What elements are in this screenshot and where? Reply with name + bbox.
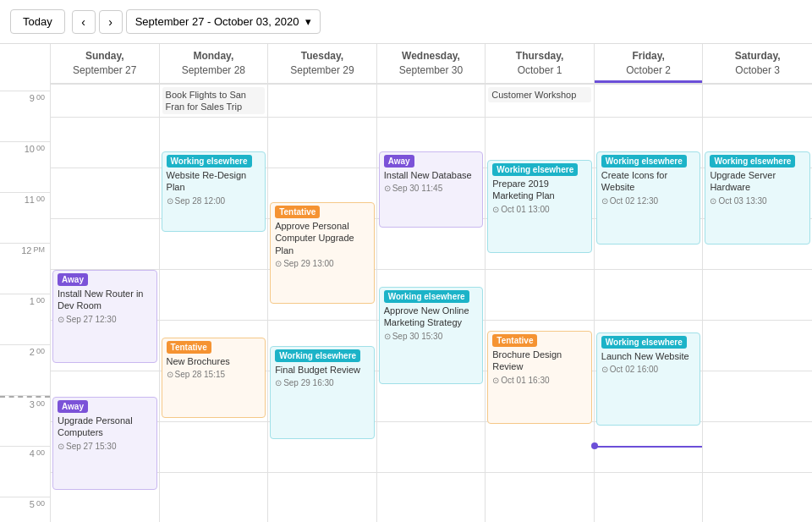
col-monday: Working elsewhere Website Re-Design Plan… bbox=[160, 118, 269, 522]
toolbar: Today ‹ › September 27 - October 03, 202… bbox=[0, 0, 812, 44]
day-headers: Sunday, September 27 Monday, September 2… bbox=[51, 44, 812, 85]
event-upgrade-personal-computers[interactable]: Away Upgrade Personal Computers ⊙ Sep 27… bbox=[52, 397, 157, 490]
time-1: 100 bbox=[0, 294, 50, 345]
allday-friday bbox=[595, 85, 704, 118]
allday-sunday bbox=[51, 85, 160, 118]
header-friday: Friday, October 2 bbox=[595, 44, 704, 83]
grid-area: Sunday, September 27 Monday, September 2… bbox=[51, 44, 812, 522]
date-range-picker[interactable]: September 27 - October 03, 2020 ▾ bbox=[126, 9, 321, 34]
time-10: 1000 bbox=[0, 142, 50, 193]
col-wednesday: Away Install New Database ⊙ Sep 30 11:45… bbox=[377, 118, 486, 522]
time-9: 900 bbox=[0, 91, 50, 142]
time-grid: Away Install New Router in Dev Room ⊙ Se… bbox=[51, 118, 812, 522]
event-launch-website[interactable]: Working elsewhere Launch New Website ⊙ O… bbox=[596, 332, 701, 426]
event-final-budget[interactable]: Working elsewhere Final Budget Review ⊙ … bbox=[270, 346, 375, 439]
time-4: 400 bbox=[0, 447, 50, 497]
event-website-redesign[interactable]: Working elsewhere Website Re-Design Plan… bbox=[162, 151, 266, 232]
allday-monday: Book Flights to San Fran for Sales Trip bbox=[160, 85, 269, 118]
allday-tuesday bbox=[268, 85, 377, 118]
time-5: 500 bbox=[0, 497, 50, 522]
time-12: 12PM bbox=[0, 244, 50, 294]
allday-saturday bbox=[703, 85, 812, 118]
allday-thursday: Customer Workshop bbox=[486, 85, 595, 118]
time-column: 900 1000 1100 12PM 100 200 300 400 500 bbox=[0, 44, 51, 522]
event-prepare-marketing[interactable]: Working elsewhere Prepare 2019 Marketing… bbox=[487, 160, 592, 253]
today-button[interactable]: Today bbox=[10, 9, 65, 34]
next-button[interactable]: › bbox=[99, 10, 123, 34]
calendar-container: 900 1000 1100 12PM 100 200 300 400 500 S… bbox=[0, 44, 812, 522]
current-time-line bbox=[595, 446, 703, 448]
header-thursday: Thursday, October 1 bbox=[486, 44, 595, 83]
time-2: 200 bbox=[0, 345, 50, 396]
event-install-router[interactable]: Away Install New Router in Dev Room ⊙ Se… bbox=[52, 270, 157, 363]
event-install-database[interactable]: Away Install New Database ⊙ Sep 30 11:45 bbox=[379, 151, 484, 228]
event-new-brochures[interactable]: Tentative New Brochures ⊙ Sep 28 15:15 bbox=[162, 338, 266, 418]
header-sunday: Sunday, September 27 bbox=[51, 44, 160, 83]
event-create-icons[interactable]: Working elsewhere Create Icons for Websi… bbox=[596, 151, 701, 245]
prev-button[interactable]: ‹ bbox=[72, 10, 96, 34]
col-friday: Working elsewhere Create Icons for Websi… bbox=[595, 118, 704, 522]
event-brochure-design[interactable]: Tentative Brochure Design Review ⊙ Oct 0… bbox=[487, 331, 592, 424]
header-tuesday: Tuesday, September 29 bbox=[268, 44, 377, 83]
time-11: 1100 bbox=[0, 193, 50, 244]
col-sunday: Away Install New Router in Dev Room ⊙ Se… bbox=[51, 118, 160, 522]
header-saturday: Saturday, October 3 bbox=[703, 44, 812, 83]
time-3: 300 bbox=[0, 396, 50, 447]
header-monday: Monday, September 28 bbox=[160, 44, 269, 83]
all-day-row: Book Flights to San Fran for Sales Trip … bbox=[51, 85, 812, 118]
allday-event-flights[interactable]: Book Flights to San Fran for Sales Trip bbox=[162, 87, 266, 115]
allday-event-workshop[interactable]: Customer Workshop bbox=[488, 87, 591, 102]
col-tuesday: Tentative Approve Personal Computer Upgr… bbox=[268, 118, 377, 522]
allday-wednesday bbox=[377, 85, 486, 118]
event-approve-marketing[interactable]: Working elsewhere Approve New Online Mar… bbox=[379, 287, 484, 384]
event-upgrade-server[interactable]: Working elsewhere Upgrade Server Hardwar… bbox=[705, 151, 810, 245]
chevron-down-icon: ▾ bbox=[305, 15, 311, 28]
event-approve-computer-upgrade[interactable]: Tentative Approve Personal Computer Upgr… bbox=[270, 202, 375, 304]
header-wednesday: Wednesday, September 30 bbox=[377, 44, 486, 83]
col-saturday: Working elsewhere Upgrade Server Hardwar… bbox=[703, 118, 812, 522]
col-thursday: Working elsewhere Prepare 2019 Marketing… bbox=[486, 118, 595, 522]
